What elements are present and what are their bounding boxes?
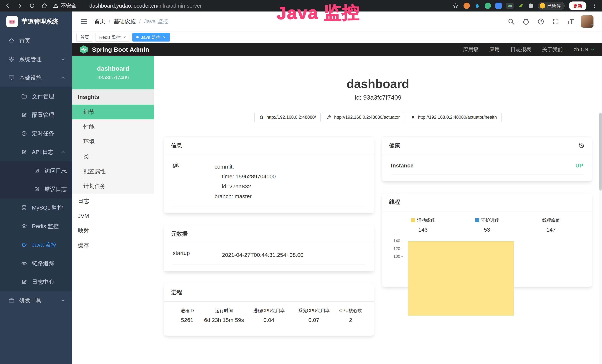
extension-icon-on-switch[interactable]: on: [506, 3, 514, 9]
close-icon[interactable]: [123, 36, 126, 39]
breadcrumb-item[interactable]: 基础设施: [113, 18, 136, 25]
sba-menu-item-config-properties[interactable]: 配置属性: [72, 164, 154, 179]
live-threads-area: [408, 241, 514, 316]
font-size-icon[interactable]: TT: [567, 18, 574, 25]
breadcrumb-item[interactable]: 首页: [94, 18, 105, 25]
col-label: 进程CPU使用率: [247, 308, 291, 314]
chevron-up-icon: [60, 150, 66, 155]
sba-menu-item-jvm[interactable]: JVM: [72, 208, 154, 223]
page-scrollbar[interactable]: [599, 112, 602, 364]
github-icon[interactable]: [522, 18, 530, 25]
chevron-down-icon: [60, 298, 66, 303]
extension-icon-leaf[interactable]: [518, 3, 524, 9]
sidebar-item-label: 首页: [19, 37, 30, 45]
sba-details-panel: dashboard Id: 93a3fc7f7409 http://192.16…: [154, 56, 602, 364]
sba-nav-applications[interactable]: 应用: [489, 46, 500, 53]
monitor-icon: [8, 75, 15, 81]
tab-home[interactable]: 首页: [76, 33, 93, 42]
sba-menu-item-scheduled-tasks[interactable]: 计划任务: [72, 179, 154, 193]
instance-header[interactable]: dashboard 93a3fc7f7409: [72, 56, 154, 89]
document-icon: [33, 167, 40, 174]
document-icon: [33, 186, 40, 193]
history-icon[interactable]: [578, 142, 585, 149]
address-bar[interactable]: dashboard.yudao.iocoder.cn/infra/admin-s…: [89, 3, 202, 9]
sidebar-item-api-logs[interactable]: API 日志: [0, 143, 72, 161]
document-icon: [21, 278, 27, 285]
chevron-up-icon: [60, 75, 66, 80]
browser-menu-icon[interactable]: [591, 2, 598, 9]
language-selector[interactable]: zh-CN: [574, 47, 595, 53]
search-icon[interactable]: [507, 18, 515, 25]
legend-peak-threads: 线程峰值 147: [519, 217, 583, 233]
sba-menu-item-performance[interactable]: 性能: [72, 119, 154, 134]
sidebar-item-java-monitor[interactable]: Java 监控: [0, 236, 72, 254]
sidebar-toggle-icon[interactable]: [80, 18, 88, 25]
scrollbar-thumb[interactable]: [599, 113, 602, 191]
extension-icon-fox[interactable]: [463, 3, 470, 9]
sba-menu-item-environment[interactable]: 环境: [72, 134, 154, 149]
health-instance-row[interactable]: Instance UP: [391, 156, 583, 174]
sidebar-item-trace[interactable]: 链路追踪: [0, 254, 72, 273]
process-table: 进程ID 5261 运行时间 6d 23h 15m 59s 进程CPU使用率 0…: [173, 303, 365, 329]
tab-java-monitor[interactable]: Java 监控: [132, 33, 170, 42]
home-button[interactable]: [41, 2, 48, 9]
reload-button[interactable]: [29, 2, 36, 9]
sidebar-item-infrastructure[interactable]: 基础设施: [0, 69, 72, 87]
profile-paused-badge[interactable]: 已暂停: [538, 2, 565, 10]
link-actuator-url[interactable]: http://192.168.0.2:48080/actuator: [322, 112, 404, 122]
menu-section-label: Insights: [72, 89, 154, 105]
sidebar-item-system-management[interactable]: 系统管理: [0, 50, 72, 69]
tab-label: Redis 监控: [99, 34, 121, 40]
sidebar-item-mysql-monitor[interactable]: MySQL 监控: [0, 198, 72, 217]
extensions-puzzle-icon[interactable]: [528, 3, 534, 9]
sidebar-item-access-logs[interactable]: 访问日志: [0, 161, 72, 180]
sba-menu-item-caches[interactable]: 缓存: [72, 238, 154, 253]
chrome-update-button[interactable]: 更新: [569, 1, 586, 10]
extension-icon-drop[interactable]: [474, 3, 480, 9]
sba-menu-item-classes[interactable]: 类: [72, 149, 154, 164]
help-icon[interactable]: [537, 18, 545, 25]
sidebar-item-file-management[interactable]: 文件管理: [0, 87, 72, 106]
coffee-icon: [21, 241, 27, 248]
link-health-url[interactable]: http://192.168.0.2:48080/actuator/health: [406, 112, 502, 122]
security-indicator[interactable]: 不安全: [53, 2, 76, 9]
extension-icon-vue[interactable]: [485, 3, 491, 9]
sidebar-item-label: 基础设施: [19, 74, 42, 82]
breadcrumb: 首页 / 基础设施 / Java 监控: [94, 18, 168, 25]
sidebar-item-scheduled-jobs[interactable]: 定时任务: [0, 124, 72, 143]
col-value: 6d 23h 15m 59s: [202, 317, 247, 323]
gear-icon: [8, 56, 15, 63]
health-card: 健康 Instance UP: [382, 137, 592, 181]
sidebar-item-dev-tools[interactable]: 研发工具: [0, 291, 72, 310]
sidebar-item-redis-monitor[interactable]: Redis 监控: [0, 217, 72, 236]
app-logo-row[interactable]: 芋道管理系统: [0, 11, 72, 32]
sba-nav-wallboard[interactable]: 应用墙: [463, 46, 479, 53]
close-icon[interactable]: [163, 36, 166, 39]
extension-icon-grid[interactable]: [495, 3, 502, 9]
breadcrumb-separator: /: [139, 18, 140, 25]
eye-icon: [21, 260, 27, 267]
sba-brand-title[interactable]: Spring Boot Admin: [92, 46, 149, 53]
sidebar-item-error-logs[interactable]: 错误日志: [0, 180, 72, 198]
sba-menu-item-mappings[interactable]: 映射: [72, 223, 154, 238]
sidebar-item-log-center[interactable]: 日志中心: [0, 273, 72, 291]
link-service-url[interactable]: http://192.168.0.2:48080/: [254, 112, 321, 122]
sba-nav-about[interactable]: 关于我们: [542, 46, 563, 53]
bookmark-star-icon[interactable]: [452, 2, 459, 9]
sidebar-item-home[interactable]: 首页: [0, 32, 72, 50]
legend-label: 守护进程: [481, 217, 499, 223]
home-icon: [259, 115, 264, 120]
tab-redis-monitor[interactable]: Redis 监控: [95, 33, 130, 42]
back-button[interactable]: [4, 2, 11, 9]
security-label: 不安全: [61, 2, 76, 9]
sidebar-item-label: 配置管理: [32, 111, 54, 119]
chevron-down-icon: [590, 47, 595, 52]
sba-nav-journal[interactable]: 日志报表: [511, 46, 531, 53]
fullscreen-icon[interactable]: [552, 18, 559, 25]
forward-button[interactable]: [16, 2, 23, 9]
sidebar-item-config-management[interactable]: 配置管理: [0, 106, 72, 124]
col-value: 2: [336, 317, 365, 323]
sba-menu-item-details[interactable]: 细节: [72, 105, 154, 119]
sba-menu-item-logs[interactable]: 日志: [72, 193, 154, 208]
col-label: 运行时间: [202, 308, 247, 314]
